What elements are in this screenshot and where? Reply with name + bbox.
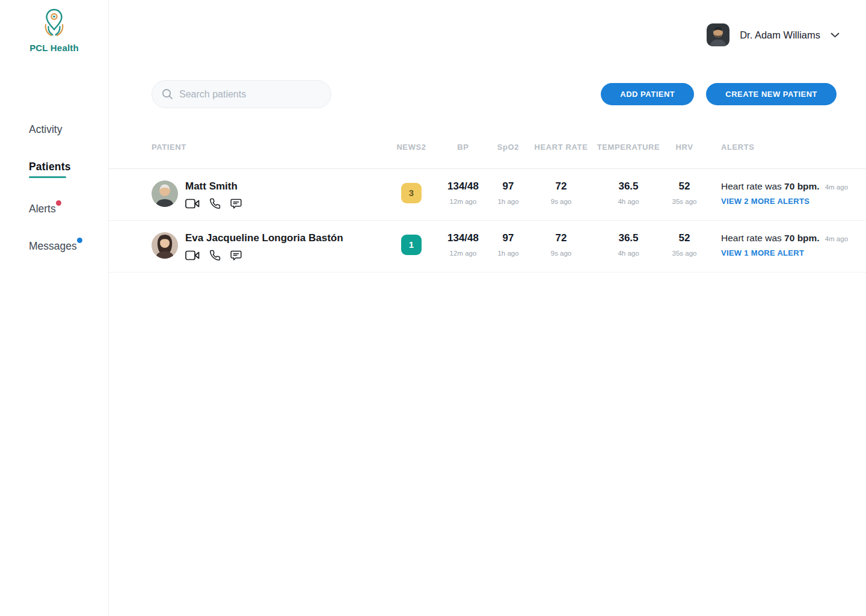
sidebar-item-label: Messages	[29, 240, 77, 252]
avatar	[152, 232, 178, 259]
alert-text: Heart rate was	[721, 233, 782, 243]
temperature-timestamp: 4h ago	[594, 250, 663, 257]
spo2-cell: 97 1h ago	[488, 169, 528, 220]
alert-timestamp: 4m ago	[825, 183, 848, 191]
messages-notification-dot	[77, 238, 82, 243]
heart-rate-cell: 72 9s ago	[528, 221, 594, 272]
patient-cell: Matt Smith	[109, 169, 385, 220]
search-input[interactable]	[179, 89, 321, 100]
sidebar-item-label: Activity	[29, 123, 62, 136]
patient-name: Matt Smith	[185, 180, 242, 192]
patient-name: Eva Jacqueline Longoria Bastón	[185, 232, 343, 244]
phone-call-icon[interactable]	[209, 198, 221, 209]
video-call-icon[interactable]	[185, 250, 200, 260]
avatar	[707, 23, 729, 46]
hrv-cell: 52 35s ago	[663, 221, 706, 272]
alert-text: Heart rate was	[721, 181, 782, 191]
chevron-down-icon	[831, 32, 840, 38]
alerts-cell: Heart rate was 70 bpm. 4m ago VIEW 2 MOR…	[706, 169, 866, 220]
sidebar-item-label: Alerts	[29, 203, 56, 215]
table-header-row: PATIENT NEWS2 BP SpO2 HEART RATE TEMPERA…	[109, 142, 866, 169]
sidebar-item-label: Patients	[29, 161, 71, 173]
sidebar-item-activity[interactable]: Activity	[29, 123, 95, 136]
bp-cell: 134/48 12m ago	[438, 221, 488, 272]
heart-rate-cell: 72 9s ago	[528, 169, 594, 220]
temperature-cell: 36.5 4h ago	[594, 221, 663, 272]
avatar	[152, 180, 178, 207]
temperature-value: 36.5	[594, 232, 663, 244]
heart-rate-timestamp: 9s ago	[528, 198, 594, 205]
news2-score-badge: 1	[401, 235, 422, 255]
spo2-value: 97	[488, 232, 528, 244]
alerts-cell: Heart rate was 70 bpm. 4m ago VIEW 1 MOR…	[706, 221, 866, 272]
column-header-heart-rate: HEART RATE	[528, 142, 594, 168]
heart-rate-value: 72	[528, 232, 594, 244]
search-icon	[162, 88, 173, 100]
patient-cell: Eva Jacqueline Longoria Bastón	[109, 221, 385, 272]
heart-rate-value: 72	[528, 180, 594, 192]
hrv-timestamp: 35s ago	[663, 250, 706, 257]
bp-value: 134/48	[438, 232, 488, 244]
column-header-alerts: ALERTS	[706, 142, 866, 168]
bp-value: 134/48	[438, 180, 488, 192]
bp-timestamp: 12m ago	[438, 250, 488, 257]
sidebar-item-alerts[interactable]: Alerts	[29, 203, 95, 215]
pcl-health-logo-icon	[40, 8, 69, 39]
alert-highlight: 70 bpm.	[784, 181, 820, 191]
brand-logo[interactable]: PCL Health	[0, 0, 108, 53]
chat-message-icon[interactable]	[230, 250, 242, 261]
spo2-cell: 97 1h ago	[488, 221, 528, 272]
active-tab-underline	[29, 176, 66, 178]
patient-actions	[185, 198, 242, 209]
video-call-icon[interactable]	[185, 199, 200, 209]
sidebar: PCL Health Activity Patients Alerts Mess…	[0, 0, 109, 616]
user-name: Dr. Adam Williams	[740, 29, 820, 41]
heart-rate-timestamp: 9s ago	[528, 250, 594, 257]
temperature-timestamp: 4h ago	[594, 198, 663, 205]
alert-highlight: 70 bpm.	[784, 233, 820, 243]
sidebar-item-messages[interactable]: Messages	[29, 240, 95, 253]
add-patient-button[interactable]: ADD PATIENT	[601, 83, 694, 105]
column-header-temperature: TEMPERATURE	[594, 142, 663, 168]
bp-cell: 134/48 12m ago	[438, 169, 488, 220]
patients-table: PATIENT NEWS2 BP SpO2 HEART RATE TEMPERA…	[109, 142, 866, 273]
temperature-value: 36.5	[594, 180, 663, 192]
news2-cell: 1	[385, 221, 438, 272]
chat-message-icon[interactable]	[230, 199, 242, 209]
spo2-value: 97	[488, 180, 528, 192]
column-header-news2: NEWS2	[385, 142, 438, 168]
sidebar-nav: Activity Patients Alerts Messages	[29, 123, 95, 277]
news2-cell: 3	[385, 169, 438, 220]
phone-call-icon[interactable]	[209, 250, 221, 261]
news2-score-badge: 3	[401, 183, 422, 203]
alert-timestamp: 4m ago	[825, 235, 848, 242]
toolbar-actions: ADD PATIENT CREATE NEW PATIENT	[601, 83, 837, 105]
brand-name: PCL Health	[0, 43, 108, 53]
view-more-alerts-link[interactable]: VIEW 1 MORE ALERT	[721, 248, 866, 257]
search-box	[152, 80, 331, 108]
user-menu[interactable]: Dr. Adam Williams	[707, 23, 840, 46]
hrv-cell: 52 35s ago	[663, 169, 706, 220]
table-row[interactable]: Matt Smith 3	[109, 169, 866, 221]
patient-actions	[185, 250, 343, 261]
hrv-timestamp: 35s ago	[663, 198, 706, 205]
toolbar: ADD PATIENT CREATE NEW PATIENT	[152, 80, 837, 108]
spo2-timestamp: 1h ago	[488, 198, 528, 205]
alerts-notification-dot	[56, 200, 61, 206]
temperature-cell: 36.5 4h ago	[594, 169, 663, 220]
sidebar-item-patients[interactable]: Patients	[29, 161, 95, 178]
column-header-patient: PATIENT	[109, 142, 385, 168]
hrv-value: 52	[663, 232, 706, 244]
app-root: PCL Health Activity Patients Alerts Mess…	[0, 0, 866, 616]
create-new-patient-button[interactable]: CREATE NEW PATIENT	[706, 83, 837, 105]
view-more-alerts-link[interactable]: VIEW 2 MORE ALERTS	[721, 197, 866, 206]
hrv-value: 52	[663, 180, 706, 192]
spo2-timestamp: 1h ago	[488, 250, 528, 257]
column-header-hrv: HRV	[663, 142, 706, 168]
column-header-spo2: SpO2	[488, 142, 528, 168]
bp-timestamp: 12m ago	[438, 198, 488, 205]
table-row[interactable]: Eva Jacqueline Longoria Bastón	[109, 221, 866, 273]
column-header-bp: BP	[438, 142, 488, 168]
